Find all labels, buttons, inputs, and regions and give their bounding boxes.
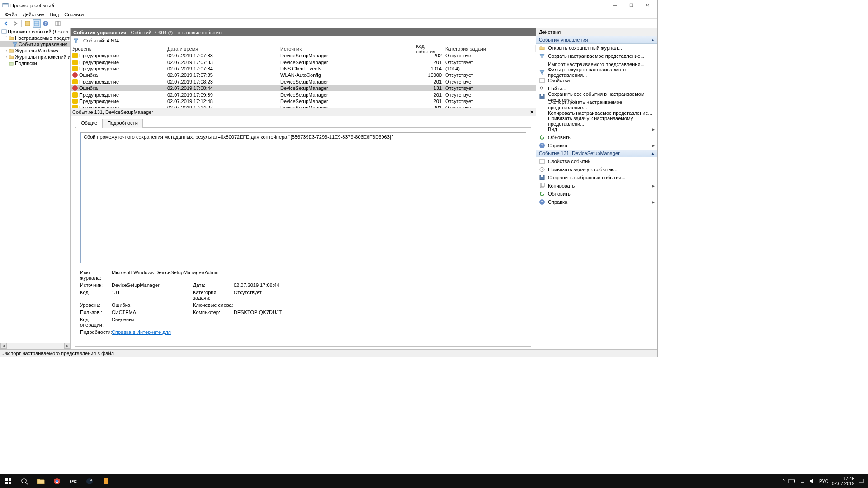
- menu-help[interactable]: Справка: [61, 12, 86, 17]
- svg-rect-20: [540, 159, 544, 164]
- menu-file[interactable]: Файл: [2, 12, 20, 17]
- copy-icon: [539, 183, 545, 189]
- action-event-help[interactable]: ?Справка▶: [536, 198, 657, 206]
- tab-details[interactable]: Подробности: [102, 119, 143, 128]
- preview-button[interactable]: [33, 19, 41, 28]
- center-title: События управления: [73, 30, 126, 35]
- help-button[interactable]: ?: [42, 19, 50, 28]
- action-export-view[interactable]: Экспортировать настраиваемое представлен…: [536, 101, 657, 109]
- tray-chevron-icon[interactable]: ^: [783, 479, 785, 484]
- tray-battery-icon[interactable]: [788, 479, 796, 483]
- back-button[interactable]: [2, 19, 10, 28]
- show-tree-button[interactable]: [24, 19, 32, 28]
- table-row[interactable]: !Предупреждение02.07.2019 17:09:39Device…: [71, 91, 536, 98]
- tray-language[interactable]: РУС: [819, 479, 828, 484]
- tray-notifications-icon[interactable]: [858, 478, 864, 484]
- action-refresh[interactable]: Обновить: [536, 133, 657, 141]
- status-text: Экспорт настраиваемого представления в ф…: [2, 351, 114, 356]
- col-code[interactable]: Код события: [414, 45, 443, 52]
- tray-network-icon[interactable]: [799, 479, 806, 484]
- table-row[interactable]: !Ошибка02.07.2019 17:07:35WLAN-AutoConfi…: [71, 72, 536, 78]
- tree-hscroll[interactable]: ◄►: [0, 343, 71, 349]
- svg-rect-10: [2, 30, 6, 33]
- actions-section-event[interactable]: Событие 131, DeviceSetupManager▲: [536, 150, 657, 157]
- event-message[interactable]: Сбой промежуточного сохранения метаданны…: [80, 132, 526, 263]
- columns-button[interactable]: [54, 19, 62, 28]
- detail-close-button[interactable]: ✕: [530, 109, 534, 115]
- table-row[interactable]: !Ошибка02.07.2019 17:08:44DeviceSetupMan…: [71, 85, 536, 91]
- action-filter-view[interactable]: Фильтр текущего настраиваемого представл…: [536, 68, 657, 76]
- col-source[interactable]: Источник: [278, 45, 414, 52]
- table-row[interactable]: !Предупреждение02.07.2019 17:07:33Device…: [71, 59, 536, 65]
- actions-pane: Действия События управления▲ Открыть сох…: [536, 28, 657, 349]
- table-row[interactable]: !Предупреждение02.07.2019 17:14:27Device…: [71, 104, 536, 108]
- opcode-label: Код операции:: [80, 317, 112, 328]
- svg-line-15: [542, 89, 544, 91]
- action-event-copy[interactable]: Копировать▶: [536, 182, 657, 190]
- properties-icon: [539, 158, 545, 164]
- computer-label: Компьютер:: [193, 310, 234, 315]
- minimize-button[interactable]: —: [607, 1, 623, 10]
- tree-pane[interactable]: Просмотр событий (Локальн ˅ Настраиваемы…: [0, 28, 71, 343]
- tree-windows-logs[interactable]: › Журналы Windows: [0, 47, 70, 54]
- action-help[interactable]: ?Справка▶: [536, 141, 657, 150]
- table-row[interactable]: !Предупреждение02.07.2019 17:08:23Device…: [71, 79, 536, 85]
- tab-general[interactable]: Общие: [76, 119, 102, 128]
- action-event-attach-task[interactable]: Привязать задачу к событию...: [536, 165, 657, 174]
- explorer-button[interactable]: [33, 474, 49, 488]
- date-label: Дата:: [193, 282, 234, 288]
- folder-icon: [9, 35, 14, 41]
- table-row[interactable]: !Предупреждение02.07.2019 17:07:33Device…: [71, 52, 536, 59]
- action-attach-task[interactable]: Привязать задачу к настраиваемому предст…: [536, 117, 657, 125]
- system-tray[interactable]: ^ РУС 17:4502.07.2019: [783, 476, 868, 486]
- search-button[interactable]: [16, 474, 33, 488]
- cat-label: Категория задачи:: [193, 290, 234, 300]
- moreinfo-link[interactable]: Справка в Интернете для: [112, 329, 324, 335]
- grid-body[interactable]: !Предупреждение02.07.2019 17:07:33Device…: [71, 52, 536, 108]
- svg-rect-7: [56, 21, 60, 26]
- svg-point-38: [86, 478, 93, 484]
- actions-section-view[interactable]: События управления▲: [536, 36, 657, 44]
- action-event-save[interactable]: Сохранить выбранные события...: [536, 174, 657, 182]
- user-label: Пользов.:: [80, 310, 112, 315]
- col-level[interactable]: Уровень: [71, 45, 165, 52]
- forward-button[interactable]: [11, 19, 19, 28]
- action-properties[interactable]: Свойства: [536, 76, 657, 84]
- action-event-refresh[interactable]: Обновить: [536, 190, 657, 198]
- save-icon: [539, 94, 545, 100]
- action-create-view[interactable]: Создать настраиваемое представление...: [536, 52, 657, 60]
- tree-app-logs[interactable]: › Журналы приложений и сл: [0, 54, 70, 60]
- menu-action[interactable]: Действие: [20, 12, 47, 17]
- titlebar[interactable]: Просмотр событий — ☐ ✕: [0, 0, 657, 10]
- col-date[interactable]: Дата и время: [165, 45, 278, 52]
- cat-value: Отсутствует: [234, 290, 324, 300]
- col-category[interactable]: Категория задачи: [443, 45, 536, 52]
- start-button[interactable]: [0, 474, 16, 488]
- svg-rect-31: [9, 478, 11, 481]
- close-button[interactable]: ✕: [639, 1, 656, 10]
- taskbar[interactable]: EPIC ^ РУС 17:4502.07.2019: [0, 474, 868, 488]
- properties-icon: [539, 77, 545, 84]
- level-value: Ошибка: [112, 302, 193, 308]
- filter-bar: Событий: 4 604: [71, 36, 536, 45]
- maximize-button[interactable]: ☐: [623, 1, 639, 10]
- table-row[interactable]: !Предупреждение02.07.2019 17:07:34DNS Cl…: [71, 66, 536, 72]
- folder-icon: [9, 54, 14, 60]
- steam-button[interactable]: [81, 474, 98, 488]
- tree-root[interactable]: Просмотр событий (Локальн: [0, 28, 70, 35]
- action-open-log[interactable]: Открыть сохраненный журнал...: [536, 44, 657, 52]
- menu-view[interactable]: Вид: [47, 12, 61, 17]
- keywords-label: Ключевые слова:: [193, 302, 234, 308]
- tree-subscriptions[interactable]: Подписки: [0, 60, 70, 66]
- tray-clock[interactable]: 17:4502.07.2019: [832, 476, 854, 486]
- grid-header[interactable]: Уровень Дата и время Источник Код событи…: [71, 45, 536, 52]
- taskbar-item[interactable]: [98, 474, 114, 488]
- action-view-submenu[interactable]: Вид▶: [536, 125, 657, 133]
- table-row[interactable]: !Предупреждение02.07.2019 17:12:48Device…: [71, 98, 536, 104]
- chrome-button[interactable]: [49, 474, 65, 488]
- tree-custom-views[interactable]: ˅ Настраиваемые представл: [0, 35, 70, 41]
- tray-volume-icon[interactable]: [809, 479, 816, 484]
- tree-admin-events[interactable]: События управления: [0, 41, 70, 47]
- epic-button[interactable]: EPIC: [65, 474, 81, 488]
- action-event-properties[interactable]: Свойства событий: [536, 157, 657, 165]
